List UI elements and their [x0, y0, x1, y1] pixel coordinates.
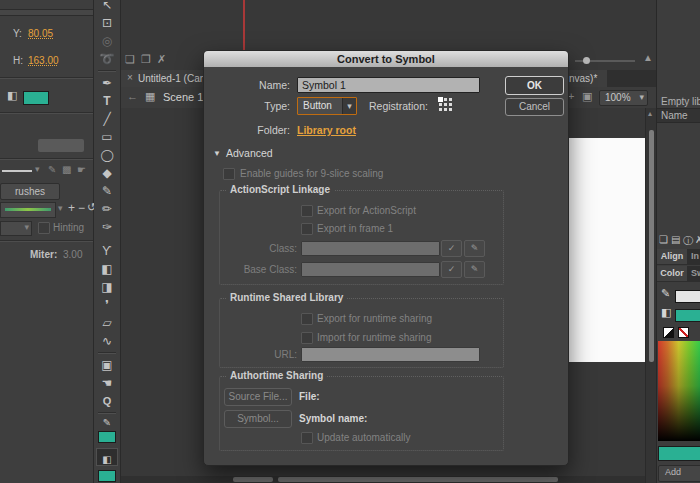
pen-tool[interactable]: ✒	[94, 74, 120, 92]
new-layer-icon[interactable]: ❏	[125, 53, 135, 66]
stroke-color-pencil-icon[interactable]: ✎	[661, 287, 670, 300]
export-in-frame-checkbox[interactable]	[301, 223, 313, 235]
remove-brush-icon[interactable]: −	[78, 201, 85, 215]
line-tool[interactable]: ╱	[94, 110, 120, 128]
color-preview-swatch[interactable]	[658, 446, 700, 461]
advanced-label[interactable]: Advanced	[226, 147, 273, 159]
export-runtime-sharing-checkbox[interactable]	[301, 313, 313, 325]
library-name-header[interactable]: Name	[657, 108, 700, 123]
selection-tool[interactable]: ↖	[94, 0, 120, 14]
tab-info[interactable]: In	[691, 251, 699, 261]
paint-bucket-tool[interactable]: ◧	[94, 260, 120, 278]
3d-rotation-tool[interactable]: ◎	[94, 32, 120, 50]
add-to-swatches-button[interactable]: Add	[658, 465, 700, 482]
ok-button[interactable]: OK	[505, 76, 564, 95]
tab-swatches[interactable]: Sw	[691, 268, 700, 278]
stroke-style-preview[interactable]	[2, 170, 32, 172]
scene-label[interactable]: Scene 1	[163, 91, 203, 103]
y-value[interactable]: 80.05	[28, 28, 53, 39]
fill-color-tool[interactable]: ◧	[96, 448, 118, 466]
black-white-icon[interactable]	[663, 327, 674, 338]
base-class-input[interactable]	[301, 262, 440, 277]
color-spectrum[interactable]	[658, 341, 700, 441]
stroke-color-pencil-icon[interactable]: ✎	[103, 416, 111, 429]
zoom-tool[interactable]: Q	[94, 392, 120, 410]
nine-slice-checkbox[interactable]	[223, 168, 235, 180]
document-tab-fragment[interactable]: nvas)*	[565, 70, 607, 87]
stroke-style-dropdown-icon[interactable]: ▾	[35, 164, 40, 174]
close-tab-icon[interactable]: ×	[127, 72, 133, 83]
scroll-up-icon[interactable]: ▴	[648, 109, 652, 118]
validate-class-button[interactable]: ✓	[441, 240, 462, 257]
stroke-edit-icon[interactable]: ✎	[48, 164, 56, 175]
export-for-actionscript-checkbox[interactable]	[301, 205, 313, 217]
bone-tool[interactable]: Ƴ	[94, 242, 120, 260]
polystar-tool[interactable]: ◆	[94, 164, 120, 182]
snap-icon[interactable]: ☛	[77, 164, 86, 175]
folder-link[interactable]: Library root	[297, 124, 356, 136]
ink-bottle-tool[interactable]: ◨	[94, 278, 120, 296]
vertical-scrollbar-thumb[interactable]	[649, 130, 654, 362]
playhead[interactable]	[243, 0, 245, 50]
add-brush-icon[interactable]: +	[68, 201, 75, 215]
horizontal-scrollbar-piece[interactable]	[233, 477, 273, 482]
horizontal-scrollbar[interactable]	[121, 476, 645, 483]
text-tool[interactable]: T	[94, 92, 120, 110]
width-tool[interactable]: ∿	[94, 332, 120, 350]
brush-preview-well[interactable]	[0, 202, 56, 218]
hinting-checkbox[interactable]	[38, 222, 50, 234]
cap-style-dropdown[interactable]: ▾	[0, 221, 32, 236]
symbol-button[interactable]: Symbol...	[224, 410, 292, 428]
lasso-tool[interactable]: ➰	[94, 50, 120, 68]
name-input[interactable]: Symbol 1	[297, 77, 480, 93]
type-dropdown[interactable]: Button ▾	[297, 97, 357, 115]
fill-bucket-icon[interactable]: ◧	[661, 306, 671, 319]
tab-align[interactable]: Align	[657, 249, 687, 264]
classic-brush-tool[interactable]: ✑	[94, 218, 120, 236]
delete-layer-icon[interactable]: ✗	[157, 53, 166, 66]
paint-brush-tool[interactable]: ✏	[94, 200, 120, 218]
validate-base-class-button[interactable]: ✓	[441, 261, 462, 278]
advanced-disclosure-icon[interactable]: ▼	[213, 149, 221, 158]
rectangle-tool[interactable]: ▭	[94, 128, 120, 146]
pencil-tool[interactable]: ✎	[94, 182, 120, 200]
stroke-color-swatch[interactable]	[98, 431, 116, 443]
source-file-button[interactable]: Source File...	[224, 388, 292, 406]
oval-tool[interactable]: ◯	[94, 146, 120, 164]
class-input[interactable]	[301, 241, 440, 256]
eyedropper-tool[interactable]: ❜	[94, 296, 120, 314]
new-folder-icon[interactable]: ▤	[671, 234, 680, 245]
url-input[interactable]	[301, 347, 480, 362]
new-folder-icon[interactable]: ❐	[141, 53, 151, 66]
edit-class-button[interactable]: ✎	[464, 240, 485, 257]
hand-tool[interactable]: ☚	[94, 374, 120, 392]
fill-color-swatch[interactable]	[98, 470, 116, 482]
brushes-button[interactable]: rushes	[0, 183, 60, 200]
fill-color-well[interactable]	[675, 309, 700, 322]
delete-icon[interactable]: ✗	[695, 234, 700, 245]
object-drawing-icon[interactable]: ▩	[62, 164, 71, 175]
camera-tool[interactable]: ▣	[94, 356, 120, 374]
fill-color-swatch[interactable]	[23, 91, 49, 105]
cancel-button[interactable]: Cancel	[505, 98, 564, 116]
import-runtime-sharing-checkbox[interactable]	[301, 332, 313, 344]
free-transform-tool[interactable]: ⊡	[94, 14, 120, 32]
new-symbol-icon[interactable]: ❏	[659, 234, 668, 245]
tab-color[interactable]: Color	[657, 266, 687, 281]
horizontal-scrollbar-thumb[interactable]	[278, 477, 558, 482]
stroke-color-well[interactable]	[675, 290, 700, 303]
properties-icon[interactable]: ⓘ	[683, 234, 693, 248]
dialog-title-bar[interactable]: Convert to Symbol	[204, 51, 568, 67]
registration-grid[interactable]	[438, 97, 453, 112]
zoom-dropdown[interactable]: 100% ▾	[599, 90, 648, 106]
center-frame-icon[interactable]: ▣	[582, 90, 592, 103]
back-icon[interactable]: ←	[127, 90, 138, 102]
h-value[interactable]: 163.00	[28, 55, 59, 66]
brush-dropdown-icon[interactable]: ▾	[58, 203, 63, 213]
timeline-zoom-slider-thumb[interactable]	[583, 57, 590, 64]
no-color-icon[interactable]	[678, 327, 689, 338]
update-automatically-checkbox[interactable]	[301, 432, 313, 444]
miter-value[interactable]: 3.00	[63, 249, 82, 260]
edit-base-class-button[interactable]: ✎	[464, 261, 485, 278]
eraser-tool[interactable]: ▱	[94, 314, 120, 332]
